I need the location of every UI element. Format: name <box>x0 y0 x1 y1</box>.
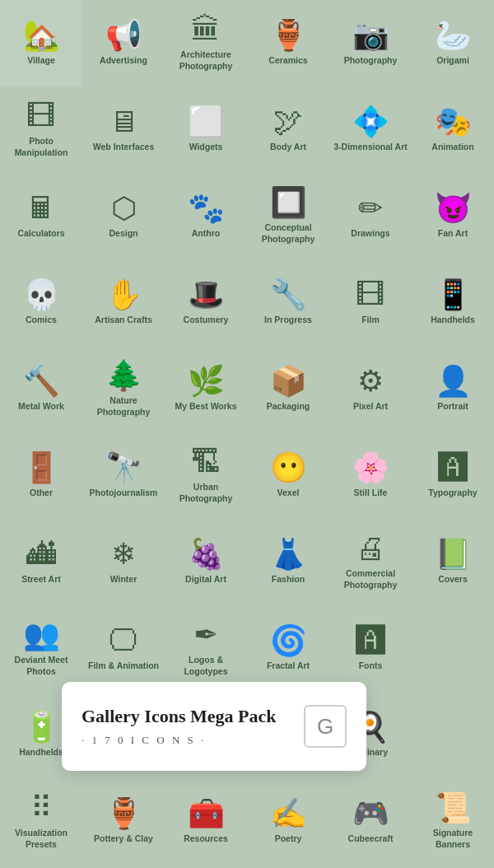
still-life-label: Still Life <box>354 488 388 499</box>
grid-cell-my-best-works[interactable]: 🌿My Best Works <box>165 346 247 432</box>
grid-cell-handhelds[interactable]: 📱Handhelds <box>412 259 494 346</box>
popup-card: Gallery Icons Mega Pack · 1 7 0 I C O N … <box>62 682 366 771</box>
grid-cell-visualization[interactable]: ⠿Visualization Presets <box>0 778 82 865</box>
grid-cell-blank5[interactable] <box>412 692 494 778</box>
grid-cell-widgets[interactable]: ⬜Widgets <box>165 86 247 173</box>
grid-cell-photo-manipulation[interactable]: 🎞Photo Manipulation <box>0 86 82 173</box>
artisan-crafts-label: Artisan Crafts <box>95 315 151 326</box>
grid-cell-comics[interactable]: 💀Comics <box>0 259 82 346</box>
pottery-clay-icon: 🏺 <box>105 799 142 828</box>
grid-cell-packaging[interactable]: 📦Packaging <box>247 346 329 432</box>
visualization-label: Visualization Presets <box>3 828 79 850</box>
grid-cell-architecture-photography[interactable]: 🏛Architecture Photography <box>165 0 247 86</box>
grid-cell-fan-art[interactable]: 😈Fan Art <box>412 173 494 259</box>
cubeecraft-icon: 🎮 <box>352 799 389 828</box>
grid-cell-poetry[interactable]: ✍Poetry <box>247 778 329 865</box>
nature-photography-icon: 🌲 <box>105 361 142 390</box>
fonts-label: Fonts <box>359 660 383 672</box>
grid-cell-origami[interactable]: 🦢Origami <box>412 0 494 86</box>
grid-cell-pottery-clay[interactable]: 🏺Pottery & Clay <box>82 778 165 865</box>
grid-cell-photography[interactable]: 📷Photography <box>329 0 412 86</box>
grid-cell-deviant-meet[interactable]: 👥Deviant Meet Photos <box>0 605 82 692</box>
commercial-photography-label: Commercial Photography <box>333 568 408 590</box>
ceramics-label: Ceramics <box>268 55 307 67</box>
fractal-art-icon: 🌀 <box>270 626 307 656</box>
costumery-icon: 🎩 <box>188 280 225 310</box>
other-label: Other <box>30 488 53 499</box>
widgets-icon: ⬜ <box>188 107 225 137</box>
covers-label: Covers <box>438 574 468 586</box>
visualization-icon: ⠿ <box>30 793 52 823</box>
grid-cell-3d-art[interactable]: 💠3-Dimensional Art <box>329 86 412 173</box>
grid-cell-pixel-art[interactable]: ⚙Pixel Art <box>329 346 412 432</box>
grid-cell-blank1[interactable] <box>412 605 494 692</box>
grid-cell-signature-banners[interactable]: 📜Signature Banners <box>412 778 494 865</box>
grid-cell-village[interactable]: 🏡Village <box>0 0 82 86</box>
my-best-works-label: My Best Works <box>175 401 236 413</box>
grid-cell-anthro[interactable]: 🐾Anthro <box>165 173 247 259</box>
origami-label: Origami <box>436 55 469 67</box>
grid-cell-still-life[interactable]: 🌸Still Life <box>329 432 412 519</box>
grid-cell-body-art[interactable]: 🕊Body Art <box>247 86 329 173</box>
popup-icon-box[interactable]: G <box>304 705 347 748</box>
grid-cell-typography[interactable]: 🅰Typography <box>412 432 494 519</box>
fan-art-icon: 😈 <box>435 194 472 223</box>
fractal-art-label: Fractal Art <box>267 660 310 672</box>
grid-cell-vexel[interactable]: 😶Vexel <box>247 432 329 519</box>
grid-cell-logos-logotypes[interactable]: ✒Logos & Logotypes <box>165 605 247 692</box>
grid-cell-animation[interactable]: 🎭Animation <box>412 86 494 173</box>
anthro-icon: 🐾 <box>188 194 225 223</box>
winter-icon: ❄ <box>111 539 136 569</box>
popup-text-block: Gallery Icons Mega Pack · 1 7 0 I C O N … <box>82 706 276 747</box>
grid-cell-conceptual-photography[interactable]: 🔲Conceptual Photography <box>247 173 329 259</box>
grid-cell-fractal-art[interactable]: 🌀Fractal Art <box>247 605 329 692</box>
architecture-photography-icon: 🏛 <box>191 15 221 44</box>
packaging-icon: 📦 <box>270 366 307 396</box>
grid-cell-resources[interactable]: 🧰Resources <box>165 778 247 865</box>
deviant-meet-icon: 👥 <box>23 620 60 650</box>
grid-cell-drawings[interactable]: ✏Drawings <box>329 173 412 259</box>
signature-banners-icon: 📜 <box>435 793 472 823</box>
grid-cell-ceramics[interactable]: 🏺Ceramics <box>247 0 329 86</box>
grid-cell-film[interactable]: 🎞Film <box>329 259 412 346</box>
grid-cell-artisan-crafts[interactable]: ✋Artisan Crafts <box>82 259 165 346</box>
grid-cell-nature-photography[interactable]: 🌲Nature Photography <box>82 346 165 432</box>
portrait-icon: 👤 <box>435 366 472 396</box>
grid-cell-fashion[interactable]: 👗Fashion <box>247 519 329 605</box>
drawings-label: Drawings <box>351 228 389 240</box>
grid-cell-cubeecraft[interactable]: 🎮Cubeecraft <box>329 778 412 865</box>
3d-art-icon: 💠 <box>352 107 389 137</box>
grid-cell-winter[interactable]: ❄Winter <box>82 519 165 605</box>
digital-art-label: Digital Art <box>185 574 226 586</box>
grid-cell-covers[interactable]: 📗Covers <box>412 519 494 605</box>
grid-cell-in-progress[interactable]: 🔧In Progress <box>247 259 329 346</box>
grid-cell-street-art[interactable]: 🏙Street Art <box>0 519 82 605</box>
grid-cell-portrait[interactable]: 👤Portrait <box>412 346 494 432</box>
urban-photography-icon: 🏗 <box>191 447 221 477</box>
grid-cell-costumery[interactable]: 🎩Costumery <box>165 259 247 346</box>
grid-cell-metal-work[interactable]: 🔨Metal Work <box>0 346 82 432</box>
urban-photography-label: Urban Photography <box>168 482 244 504</box>
grid-cell-commercial-photography[interactable]: 🖨Commercial Photography <box>329 519 412 605</box>
logos-logotypes-label: Logos & Logotypes <box>168 655 244 677</box>
resources-label: Resources <box>184 833 228 845</box>
handhelds-label: Handhelds <box>431 315 475 326</box>
design-label: Design <box>109 228 137 240</box>
calculators-icon: 🖩 <box>26 194 56 223</box>
artisan-crafts-icon: ✋ <box>105 280 142 310</box>
other-icon: 🚪 <box>23 453 60 483</box>
grid-cell-calculators[interactable]: 🖩Calculators <box>0 173 82 259</box>
grid-cell-digital-art[interactable]: 🍇Digital Art <box>165 519 247 605</box>
grid-cell-fonts[interactable]: 🅰Fonts <box>329 605 412 692</box>
grid-cell-photojournalism[interactable]: 🔭Photojournalism <box>82 432 165 519</box>
advertising-label: Advertising <box>100 55 147 67</box>
grid-cell-design[interactable]: ⬡Design <box>82 173 165 259</box>
grid-cell-web-interfaces[interactable]: 🖥Web Interfaces <box>82 86 165 173</box>
fashion-label: Fashion <box>272 574 305 586</box>
grid-cell-advertising[interactable]: 📢Advertising <box>82 0 165 86</box>
poetry-icon: ✍ <box>270 799 307 828</box>
ceramics-icon: 🏺 <box>270 21 307 50</box>
grid-cell-film-animation[interactable]: 🖵Film & Animation <box>82 605 165 692</box>
grid-cell-urban-photography[interactable]: 🏗Urban Photography <box>165 432 247 519</box>
grid-cell-other[interactable]: 🚪Other <box>0 432 82 519</box>
